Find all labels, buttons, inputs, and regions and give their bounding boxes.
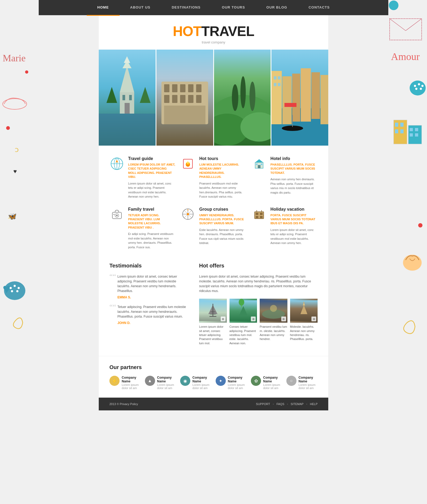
hero-banner	[99, 50, 328, 146]
feature-hotel-info: Hotel info PHASELLLLUS. PORTA. FUSCE SUS…	[252, 156, 318, 199]
footer-link-support[interactable]: SUPPORT	[256, 402, 270, 406]
svg-rect-29	[395, 129, 398, 133]
partner-1-text: Company Name Lorem ipsum dolor sit am	[122, 376, 141, 390]
svg-rect-78	[278, 76, 280, 79]
family-travel-icon	[109, 207, 124, 222]
svg-rect-109	[256, 213, 258, 215]
hero-header: HOTTRAVEL travel company	[99, 15, 328, 50]
nav-link-contacts[interactable]: CONTACTS	[298, 0, 340, 15]
banner-panel-1	[99, 50, 156, 146]
hero-subtitle: travel company	[99, 40, 328, 44]
footer-link-sitemap[interactable]: SITEMAP	[291, 402, 303, 406]
svg-rect-28	[400, 123, 404, 127]
svg-point-99	[116, 215, 118, 216]
svg-rect-58	[180, 95, 185, 103]
partner-3-desc: Lorem ipsum dolor sit am	[192, 383, 212, 390]
nav-item-home[interactable]: HOME	[87, 0, 120, 16]
partner-6-name: Company Name	[299, 376, 318, 383]
offer-thumb-2: ⊕	[230, 299, 257, 323]
hotel-info-title: Hotel info	[270, 156, 318, 161]
hotel-info-highlight: PHASELLLLUS. PORTA. FUSCE SUSCIPIT VARIU…	[270, 163, 318, 175]
offer-thumb-3: ⊕	[260, 299, 287, 323]
testimonial-2: Tetuer adipiscing. Praesent vestibu lum …	[109, 305, 188, 325]
svg-rect-55	[196, 84, 201, 92]
svg-point-36	[418, 223, 422, 227]
banner-panel-2	[156, 50, 214, 146]
nav-link-about[interactable]: ABOUT US	[120, 0, 161, 15]
features-grid: Travel guide LOREM IPSUM DOLOR SIT AMET,…	[109, 156, 318, 249]
svg-point-24	[415, 88, 417, 90]
svg-text:Amour: Amour	[391, 51, 420, 62]
partner-4: ✦ Company Name Lorem ipsum dolor sit am	[216, 376, 247, 390]
svg-line-17	[390, 19, 406, 31]
hotel-info-text: Aenean non ummy hen dreriauris. Pha sell…	[270, 177, 318, 195]
zoom-icon-1[interactable]: ⊕	[221, 317, 226, 321]
svg-point-21	[414, 85, 416, 87]
nav-item-destinations[interactable]: DESTINATIONS	[161, 0, 211, 16]
svg-line-18	[406, 19, 422, 31]
partners-section: Our partners ⚡ Company Name Lorem ipsum …	[99, 356, 328, 398]
nav-link-tours[interactable]: OUR TOURS	[211, 0, 256, 15]
svg-point-25	[420, 88, 422, 90]
feature-hot-tours: Hot tours LUM MOLESTIE LACUIIRHS. AENEAN…	[181, 156, 247, 199]
nav-link-destinations[interactable]: DESTINATIONS	[161, 0, 211, 15]
svg-point-12	[18, 287, 20, 289]
svg-rect-74	[301, 68, 311, 122]
partner-4-logo: ✦	[216, 376, 226, 386]
family-travel-highlight: TETUER ADIPI SCING. PRAESENT VIBU. LUM M…	[128, 213, 175, 230]
features-section: Travel guide LOREM IPSUM DOLOR SIT AMET,…	[99, 146, 328, 255]
svg-rect-72	[282, 76, 292, 124]
hotel-info-icon	[252, 156, 266, 171]
hot-tours-icon	[181, 156, 195, 171]
testimonials-heading: Testimonials	[109, 263, 188, 269]
testimonial-1-text: Lorem ipsum dolor sit amet, consec tetue…	[117, 274, 188, 293]
holiday-vacation-highlight: PORTA. FUSCE SUSCIPIT VARIUS MIUM SOCIIS…	[270, 213, 318, 226]
partner-1-logo: ⚡	[109, 376, 120, 386]
hot-tours-title: Hot tours	[199, 156, 247, 161]
nav-list: HOME ABOUT US DESTINATIONS OUR TOURS OUR…	[87, 0, 341, 16]
hot-offers-heading: Hot offers	[199, 263, 318, 269]
partner-2-logo: ▲	[145, 376, 155, 386]
svg-point-13	[11, 290, 13, 292]
offer-1-caption: Lorem ipsum dolor sit amet, consec tetue…	[199, 325, 227, 345]
svg-text:ↄ: ↄ	[15, 145, 19, 154]
nav-item-contacts[interactable]: CONTACTS	[298, 0, 340, 16]
svg-rect-33	[415, 128, 418, 131]
feature-group-cruises: Group cruises UMMY HENDRERIAURIS. PHASEL…	[181, 207, 247, 250]
right-decoration: Amour	[388, 0, 427, 504]
nav-item-blog[interactable]: OUR BLOG	[256, 0, 298, 16]
zoom-icon-4[interactable]: ⊕	[311, 317, 316, 321]
hot-tours-highlight: LUM MOLESTIE LACUIIRHS. AENEAN UMMY HEND…	[199, 163, 247, 179]
group-cruises-text: Estie lacuiirhs. Aenean non ummy hen. dr…	[199, 228, 247, 245]
nav-link-blog[interactable]: OUR BLOG	[256, 0, 298, 15]
nav-link-home[interactable]: HOME	[87, 0, 120, 15]
travel-guide-body: Travel guide LOREM IPSUM DOLOR SIT AMET,…	[128, 156, 175, 199]
travel-guide-icon	[109, 156, 124, 171]
svg-rect-94	[258, 165, 260, 168]
footer-link-help[interactable]: HELP	[310, 402, 318, 406]
banner-panel-4	[271, 50, 328, 146]
offer-item-3: ⊕ Praesent vestibu lum m. olestie. lacui…	[260, 299, 287, 345]
partner-5-text: Company Name Lorem ipsum dolor sit am	[263, 376, 282, 390]
svg-rect-111	[256, 216, 258, 218]
svg-text:♥: ♥	[13, 168, 17, 175]
svg-rect-51	[164, 84, 169, 92]
zoom-icon-2[interactable]: ⊕	[251, 317, 256, 321]
svg-text:Marie: Marie	[3, 53, 26, 63]
partner-3-logo: ◉	[180, 376, 190, 386]
partner-6-text: Company Name Lorem ipsum dolor sit am	[299, 376, 318, 390]
svg-point-4	[3, 99, 27, 109]
travel-guide-title: Travel guide	[128, 156, 175, 161]
banner-panel-3	[214, 50, 272, 146]
partners-grid: ⚡ Company Name Lorem ipsum dolor sit am …	[109, 376, 318, 390]
partner-5-name: Company Name	[263, 376, 282, 383]
partner-6-desc: Lorem ipsum dolor sit am	[299, 383, 318, 390]
brand-hot: HOT	[173, 23, 201, 39]
svg-point-9	[4, 281, 25, 300]
nav-item-about[interactable]: ABOUT US	[120, 0, 161, 16]
footer-link-faqs[interactable]: FAQS	[276, 402, 284, 406]
nav-item-tours[interactable]: OUR TOURS	[211, 0, 256, 16]
navbar: HOME ABOUT US DESTINATIONS OUR TOURS OUR…	[39, 0, 388, 15]
partner-5: ✿ Company Name Lorem ipsum dolor sit am	[251, 376, 282, 390]
zoom-icon-3[interactable]: ⊕	[281, 317, 286, 321]
